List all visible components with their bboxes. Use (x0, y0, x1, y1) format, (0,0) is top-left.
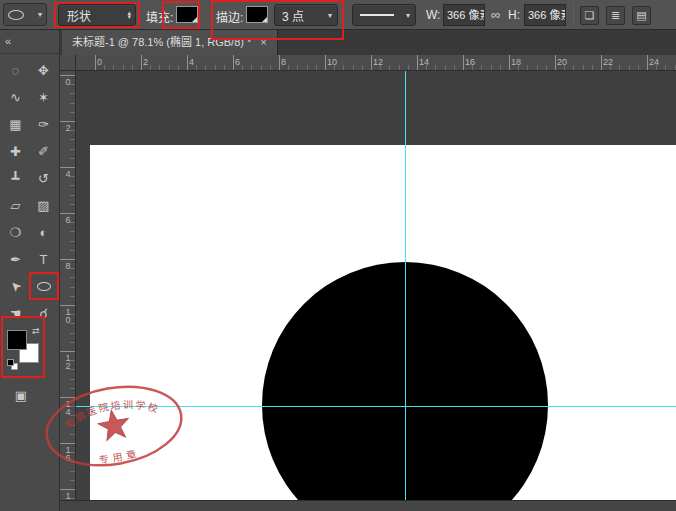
brush-tool[interactable]: ✐ (31, 139, 57, 164)
ruler-label: 2 (143, 57, 148, 67)
ruler-label: 12 (63, 353, 73, 369)
path-alignment-icon[interactable]: ≣ (606, 6, 625, 25)
link-dimensions-icon[interactable]: ∞ (491, 7, 500, 22)
ellipse-preset-icon (8, 10, 24, 20)
path-selection-tool[interactable]: ➤ (3, 274, 29, 299)
history-brush-tool[interactable]: ↺ (31, 166, 57, 191)
move-tool[interactable]: ✥ (31, 58, 57, 83)
ruler-label: 8 (281, 57, 286, 67)
ruler-label: 10 (63, 307, 73, 323)
chevron-down-icon: ▾ (38, 10, 42, 19)
photoshop-window: ▾ 形状 ▴▾ 填充: 描边: 3 点 ▾ ▾ W: 366 像素 ∞ H: 3… (0, 0, 676, 511)
stroke-type-dropdown[interactable]: ▾ (352, 4, 416, 26)
ruler-label: 0 (97, 57, 102, 67)
elliptical-marquee-tool[interactable]: ◌ (3, 58, 29, 83)
annotation-box-fill (162, 1, 200, 29)
path-operations-icon[interactable]: ❏ (580, 6, 599, 25)
shape-width-field[interactable]: 366 像素 (443, 4, 485, 26)
dodge-tool[interactable]: ◐ (31, 220, 57, 245)
document-tab-bar: 未标题-1 @ 78.1% (椭圆 1, RGB/8) *× (60, 30, 676, 55)
white-arrow-icon: ➤ (6, 277, 24, 295)
ruler-label: 18 (511, 57, 521, 67)
ruler-label: 2 (63, 123, 73, 131)
ruler-label: 8 (63, 261, 73, 269)
horizontal-ruler[interactable]: 0 2 4 6 8 10 12 14 16 18 20 22 24 (76, 55, 676, 71)
annotation-box-stroke (211, 0, 344, 40)
chevron-down-icon: ▾ (406, 11, 410, 20)
magic-wand-tool[interactable]: ✶ (31, 85, 57, 110)
watermark-stamp: 电脑医院培训学校 专用章 (36, 378, 192, 474)
ruler-corner[interactable] (60, 55, 76, 71)
solid-line-icon (360, 14, 394, 16)
shape-height-field[interactable]: 366 像素 (524, 4, 566, 26)
clone-stamp-tool[interactable]: ┻ (3, 166, 29, 191)
width-label: W: (426, 8, 440, 22)
crop-tool[interactable]: ▦ (3, 112, 29, 137)
collapse-panel-icon[interactable]: « (0, 30, 59, 54)
ruler-label: 14 (419, 57, 429, 67)
ruler-label: 20 (557, 57, 567, 67)
quick-mask-icon[interactable]: ▣ (9, 384, 33, 406)
height-label: H: (508, 8, 520, 22)
tool-preset-picker[interactable]: ▾ (3, 3, 47, 26)
horizontal-scrollbar[interactable] (60, 500, 676, 511)
eraser-tool[interactable]: ▱ (3, 193, 29, 218)
ruler-label: 12 (373, 57, 383, 67)
ruler-label: 22 (603, 57, 613, 67)
blur-tool[interactable]: ❍ (3, 220, 29, 245)
pen-tool[interactable]: ✒ (3, 247, 29, 272)
type-tool[interactable]: T (31, 247, 57, 272)
ruler-label: 16 (465, 57, 475, 67)
ruler-label: 4 (189, 57, 194, 67)
ruler-label: 4 (63, 169, 73, 177)
ruler-label: 24 (649, 57, 659, 67)
annotation-box-color-swatches (1, 316, 45, 378)
ruler-label: 10 (327, 57, 337, 67)
annotation-box-shape-mode (54, 2, 140, 28)
gradient-tool[interactable]: ▨ (31, 193, 57, 218)
healing-brush-tool[interactable]: ✚ (3, 139, 29, 164)
ruler-label: 0 (63, 77, 73, 85)
ruler-label: 6 (63, 215, 73, 223)
annotation-box-ellipse-tool (29, 272, 59, 300)
vertical-guide[interactable] (405, 71, 406, 500)
lasso-tool[interactable]: ∿ (3, 85, 29, 110)
eyedropper-tool[interactable]: ✑ (31, 112, 57, 137)
path-arrange-icon[interactable]: ▤ (632, 6, 651, 25)
separator (573, 4, 574, 26)
ruler-label: 6 (235, 57, 240, 67)
